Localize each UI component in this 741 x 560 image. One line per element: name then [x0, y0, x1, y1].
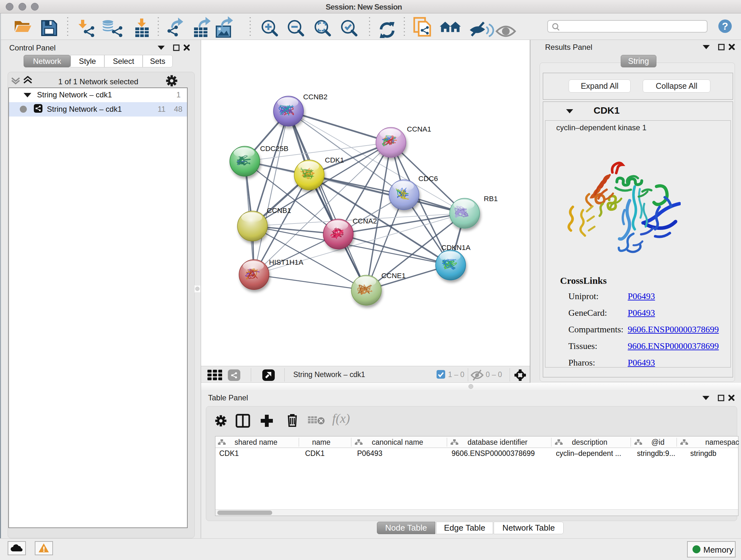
svg-text:CCNB1: CCNB1: [267, 206, 291, 214]
svg-text:CCNA1: CCNA1: [407, 125, 431, 133]
svg-text:?: ?: [722, 20, 728, 32]
svg-text:CCNB2: CCNB2: [303, 93, 327, 101]
svg-text:CDC25B: CDC25B: [260, 145, 288, 152]
svg-text:CDKN1A: CDKN1A: [441, 244, 470, 252]
svg-text:RB1: RB1: [484, 195, 498, 203]
svg-text:CDK1: CDK1: [325, 156, 344, 164]
svg-text:CCNE1: CCNE1: [381, 272, 406, 280]
svg-text:CDC6: CDC6: [418, 175, 438, 183]
svg-text:CCNA2: CCNA2: [353, 217, 377, 225]
svg-text:HIST1H1A: HIST1H1A: [269, 258, 304, 266]
